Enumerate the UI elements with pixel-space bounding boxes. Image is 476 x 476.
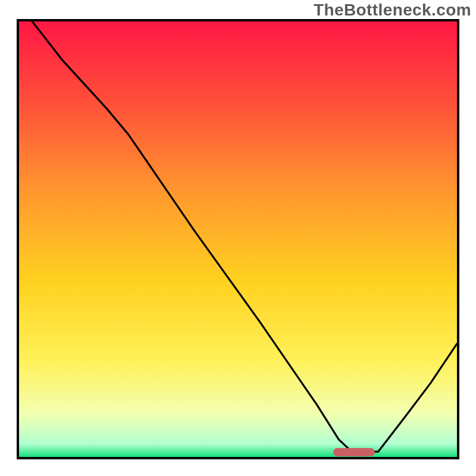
- bottleneck-curve: [19, 21, 457, 457]
- watermark-text: TheBottleneck.com: [314, 1, 471, 20]
- optimal-marker: [333, 448, 375, 456]
- plot-area: [17, 19, 459, 459]
- chart-frame: TheBottleneck.com: [0, 0, 476, 476]
